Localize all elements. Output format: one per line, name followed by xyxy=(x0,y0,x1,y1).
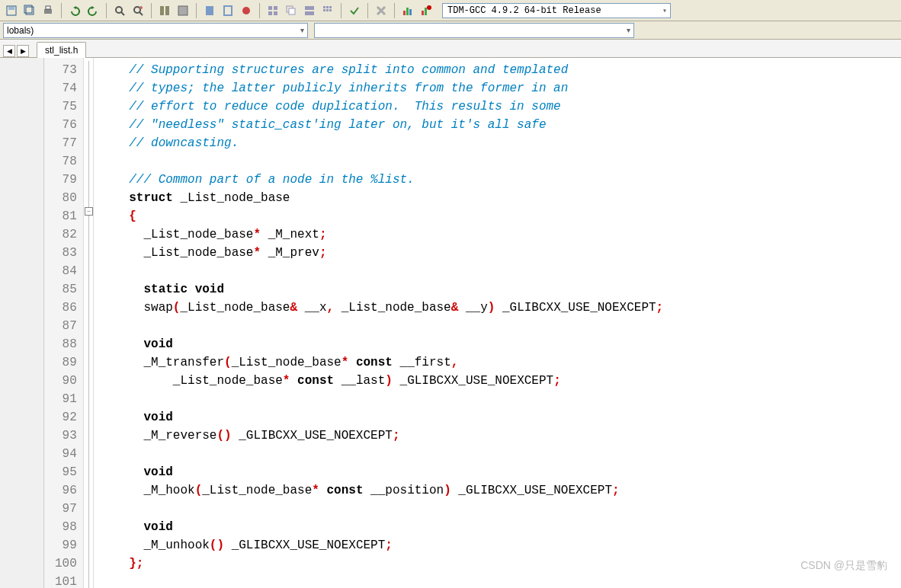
line-number: 97 xyxy=(55,500,77,518)
line-number: 76 xyxy=(55,116,77,134)
line-number: 93 xyxy=(55,427,77,445)
line-number-gutter: 7374757677787980818283848586878889909192… xyxy=(44,58,83,588)
check-icon[interactable] xyxy=(346,2,363,19)
separator xyxy=(61,3,62,18)
svg-rect-24 xyxy=(305,11,314,15)
project-panel[interactable] xyxy=(0,58,44,588)
code-line xyxy=(100,500,663,518)
window-tile-icon[interactable] xyxy=(265,2,281,19)
line-number: 88 xyxy=(55,335,77,353)
save-icon[interactable] xyxy=(3,2,20,19)
code-line: _List_node_base* _M_next; xyxy=(100,225,663,244)
svg-rect-26 xyxy=(326,6,329,8)
watermark: CSDN @只是雪豹 xyxy=(800,559,887,573)
replace-icon[interactable] xyxy=(130,2,146,19)
svg-point-10 xyxy=(139,6,143,9)
code-line: void xyxy=(100,518,663,536)
editor-tabbar: ◀ ▶ stl_list.h xyxy=(0,40,901,58)
code-line: swap(_List_node_base& __x, _List_node_ba… xyxy=(100,299,663,317)
separator xyxy=(259,3,260,18)
svg-rect-4 xyxy=(44,9,52,14)
run-icon[interactable] xyxy=(175,2,191,19)
goto-bookmark-icon[interactable] xyxy=(220,2,236,19)
code-line: // downcasting. xyxy=(100,134,663,152)
print-icon[interactable] xyxy=(40,2,56,19)
svg-point-8 xyxy=(134,7,140,13)
fold-gutter[interactable]: − xyxy=(83,58,94,588)
separator xyxy=(367,3,368,18)
line-number: 91 xyxy=(55,390,77,408)
svg-rect-29 xyxy=(326,9,329,11)
tab-next-button[interactable]: ▶ xyxy=(17,45,29,57)
find-icon[interactable] xyxy=(111,2,128,19)
code-line xyxy=(100,445,663,463)
remove-chart-icon[interactable] xyxy=(418,2,434,19)
window-cascade-icon[interactable] xyxy=(283,2,300,19)
code-line: static void xyxy=(100,280,663,299)
scope-combo[interactable]: lobals) xyxy=(3,23,308,38)
clear-icon[interactable] xyxy=(373,2,390,19)
file-tab[interactable]: stl_list.h xyxy=(37,42,86,58)
svg-point-6 xyxy=(116,7,122,13)
svg-rect-33 xyxy=(403,11,406,15)
code-line: _List_node_base* const __last) _GLIBCXX_… xyxy=(100,372,663,390)
line-number: 90 xyxy=(55,372,77,390)
toggle-bookmark-icon[interactable] xyxy=(201,2,218,19)
code-editor[interactable]: 7374757677787980818283848586878889909192… xyxy=(44,58,901,588)
line-number: 74 xyxy=(55,79,77,97)
code-line xyxy=(100,262,663,280)
window-hsplit-icon[interactable] xyxy=(301,2,318,19)
line-number: 89 xyxy=(55,353,77,372)
line-number: 78 xyxy=(55,152,77,171)
scope-bar: lobals) xyxy=(0,21,901,40)
line-number: 92 xyxy=(55,408,77,427)
svg-rect-20 xyxy=(274,11,277,15)
code-line: struct _List_node_base xyxy=(100,189,663,207)
code-area[interactable]: // Supporting structures are split into … xyxy=(94,58,669,588)
tab-nav: ◀ ▶ xyxy=(3,45,29,57)
chevron-right-icon: ▶ xyxy=(21,47,26,55)
compiler-selector[interactable]: TDM-GCC 4.9.2 64-bit Release xyxy=(442,3,671,18)
member-combo[interactable] xyxy=(314,23,634,38)
svg-rect-27 xyxy=(329,6,332,8)
svg-point-38 xyxy=(427,5,431,10)
chevron-left-icon: ◀ xyxy=(7,47,12,55)
code-line: _M_hook(_List_node_base* const __positio… xyxy=(100,481,663,500)
tab-filename: stl_list.h xyxy=(45,45,78,56)
line-number: 86 xyxy=(55,299,77,317)
debug-icon[interactable] xyxy=(238,2,255,19)
svg-point-16 xyxy=(242,7,250,14)
tab-prev-button[interactable]: ◀ xyxy=(3,45,15,57)
svg-line-7 xyxy=(121,12,124,15)
redo-icon[interactable] xyxy=(85,2,101,19)
svg-rect-12 xyxy=(165,6,169,15)
separator xyxy=(341,3,341,18)
window-grid-icon[interactable] xyxy=(319,2,336,19)
code-line: _List_node_base* _M_prev; xyxy=(100,244,663,262)
line-number: 75 xyxy=(55,97,77,116)
svg-rect-19 xyxy=(268,11,272,15)
svg-rect-17 xyxy=(268,6,272,10)
compile-icon[interactable] xyxy=(156,2,173,19)
svg-rect-22 xyxy=(289,8,295,14)
line-number: 77 xyxy=(55,134,77,152)
save-all-icon[interactable] xyxy=(21,2,38,19)
svg-rect-28 xyxy=(323,9,325,11)
code-line: void xyxy=(100,335,663,353)
separator xyxy=(394,3,395,18)
code-line xyxy=(100,573,663,588)
line-number: 81 xyxy=(55,207,77,225)
undo-icon[interactable] xyxy=(66,2,83,19)
line-number: 73 xyxy=(55,61,77,79)
line-number: 84 xyxy=(55,262,77,280)
line-number: 96 xyxy=(55,481,77,500)
fold-toggle-icon[interactable]: − xyxy=(85,207,93,216)
line-number: 80 xyxy=(55,189,77,207)
svg-rect-25 xyxy=(323,6,325,8)
code-line: void xyxy=(100,463,663,481)
chart-icon[interactable] xyxy=(399,2,416,19)
svg-rect-18 xyxy=(274,6,277,10)
svg-rect-30 xyxy=(329,9,332,11)
code-line xyxy=(100,317,663,335)
separator xyxy=(151,3,152,18)
